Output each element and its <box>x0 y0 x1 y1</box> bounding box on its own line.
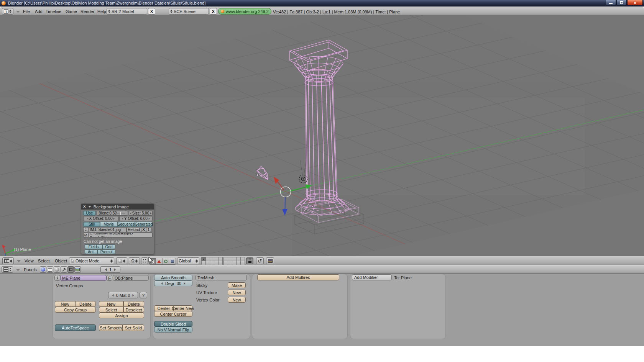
panels-menu[interactable]: Panels <box>24 267 37 272</box>
3d-viewport[interactable]: (1) Plane X Background Image Use Blend:0… <box>0 15 644 256</box>
double-sided-button[interactable]: Double Sided <box>154 321 192 327</box>
menu-game[interactable]: Game <box>66 9 77 14</box>
scene-selector[interactable]: SCE:Scene <box>169 8 209 15</box>
menu-help[interactable]: Help <box>97 9 106 14</box>
menu-timeline[interactable]: Timeline <box>46 9 61 14</box>
panel-close-icon[interactable]: X <box>83 205 86 209</box>
layer-lock-button[interactable] <box>246 257 253 264</box>
window-titlebar[interactable]: Blender [C:\Users\Phillip\Desktop\Oblivi… <box>0 0 644 7</box>
vertex-color-new-button[interactable]: New <box>228 297 246 303</box>
menu-select[interactable]: Select <box>38 259 50 263</box>
logic-context-button[interactable] <box>40 266 46 273</box>
set-solid-button[interactable]: Set Solid <box>123 324 144 331</box>
mat-next-icon[interactable] <box>133 294 134 296</box>
manipulator-translate-button[interactable] <box>156 258 163 264</box>
maximize-button[interactable] <box>616 0 627 5</box>
degr-prev-icon[interactable] <box>161 282 163 284</box>
set-smooth-button[interactable]: Set Smooth <box>99 324 123 331</box>
center-new-button[interactable]: Center New <box>173 305 192 311</box>
autotexspace-button[interactable]: AutoTexSpace <box>55 324 96 331</box>
copy-group-button[interactable]: Copy Group <box>55 307 96 313</box>
premul-button[interactable]: Premul <box>97 249 115 254</box>
frame-counter[interactable]: 1 <box>100 266 120 273</box>
degr-next-icon[interactable] <box>184 282 186 284</box>
tab-still[interactable]: Still <box>83 222 100 227</box>
texmesh-field[interactable]: TexMesh: <box>196 275 247 280</box>
odd-button[interactable]: Odd <box>102 244 115 249</box>
menu-file[interactable]: File <box>23 9 30 14</box>
add-modifier-button[interactable]: Add Modifier <box>352 274 392 280</box>
use-button[interactable]: Use <box>83 211 96 216</box>
assign-button[interactable]: Assign <box>99 313 144 318</box>
orientation-dropdown[interactable]: Global <box>177 257 199 264</box>
material-new-button[interactable]: New <box>99 301 123 307</box>
layer-button[interactable] <box>201 257 206 261</box>
material-delete-button[interactable]: Delete <box>123 301 144 307</box>
tab-generated[interactable]: Generated <box>135 222 153 227</box>
reload-button[interactable]: Reload <box>127 227 141 232</box>
image-name-field[interactable]: IM:L-Saeule01.jpg <box>88 227 127 232</box>
background-image-panel[interactable]: X Background Image Use Blend:0.50 Size: … <box>81 203 154 254</box>
transform-manipulator[interactable] <box>274 177 312 216</box>
header-collapse-icon[interactable] <box>17 260 21 262</box>
deselect-button[interactable]: Deselect <box>123 307 144 313</box>
fake-user-button[interactable]: F <box>107 275 112 281</box>
frame-prev-icon[interactable] <box>105 268 107 271</box>
anti-button[interactable]: Anti <box>85 249 97 254</box>
select-button[interactable]: Select <box>99 307 123 313</box>
blend-slider[interactable]: Blend:0.50 <box>97 211 128 216</box>
mesh-browse-button[interactable] <box>54 275 60 281</box>
editing-context-button[interactable] <box>67 266 74 273</box>
mat-prev-icon[interactable] <box>112 294 113 296</box>
minimize-button[interactable] <box>606 0 616 5</box>
vgroup-delete-button[interactable]: Delete <box>75 301 96 307</box>
image-users-button[interactable]: 1 <box>146 227 151 232</box>
degr-counter[interactable]: Degr: 30 <box>154 280 192 286</box>
manipulator-rotate-button[interactable] <box>163 258 169 264</box>
material-help-button[interactable]: ? <box>140 292 147 298</box>
pivot-dropdown[interactable]: Ω <box>129 257 140 264</box>
y-offset-field[interactable]: Y Offset: 0.00 <box>119 216 153 221</box>
slider-thumb[interactable] <box>120 212 121 215</box>
scene-close-button[interactable]: X <box>210 8 217 15</box>
panel-header[interactable]: X Background Image <box>81 204 154 210</box>
center-button[interactable]: Center <box>154 305 173 311</box>
frame-next-icon[interactable] <box>114 268 116 271</box>
script-context-button[interactable] <box>47 266 53 273</box>
file-browse-icon[interactable]: ⊘ <box>83 233 88 238</box>
object-name-field[interactable]: OB:Plane <box>113 275 149 281</box>
x-offset-field[interactable]: X Offset: 0.00 <box>83 216 118 221</box>
scene-context-button[interactable] <box>74 266 81 273</box>
no-v-normal-flip-button[interactable]: No V.Normal Flip <box>154 327 192 333</box>
size-field[interactable]: Size: 5.00 <box>129 211 153 216</box>
screen-selector[interactable]: SR:2-Model <box>107 8 147 15</box>
image-browse-button[interactable] <box>83 227 88 232</box>
panel-collapse-icon[interactable] <box>88 206 91 208</box>
undo-history-button[interactable]: ↺ <box>256 257 264 264</box>
layer-button[interactable] <box>218 261 223 265</box>
close-button[interactable]: x <box>627 0 643 5</box>
tab-sequence[interactable]: Sequence <box>117 222 135 227</box>
material-counter[interactable]: 0 Mat 0 <box>108 292 138 298</box>
menu-object[interactable]: Object <box>55 259 67 263</box>
mesh-name-field[interactable]: ME:Plane <box>60 275 107 281</box>
header-collapse-icon[interactable] <box>16 11 20 13</box>
shading-context-button[interactable] <box>54 266 60 273</box>
image-path-field[interactable]: C:\Users\Phillip\Desktop\L-Saeule01.jpg <box>88 233 153 238</box>
render-preview-button[interactable] <box>266 257 274 264</box>
menu-add[interactable]: Add <box>35 9 43 14</box>
draw-mode-dropdown[interactable] <box>116 257 127 264</box>
object-context-button[interactable] <box>61 266 67 273</box>
layer-button[interactable] <box>240 261 245 265</box>
sticky-make-button[interactable]: Make <box>228 282 246 288</box>
vgroup-new-button[interactable]: New <box>55 301 75 307</box>
center-only-button[interactable] <box>141 257 148 264</box>
window-type-button[interactable]: i <box>2 8 13 15</box>
fields-button[interactable]: Fields <box>85 244 102 249</box>
menu-render[interactable]: Render <box>80 9 94 14</box>
screen-close-button[interactable]: X <box>148 8 155 15</box>
center-cursor-button[interactable]: Center Cursor <box>154 311 192 317</box>
manipulator-scale-button[interactable] <box>169 258 176 264</box>
tab-movie[interactable]: Movie <box>100 222 117 227</box>
menu-view[interactable]: View <box>25 259 34 263</box>
